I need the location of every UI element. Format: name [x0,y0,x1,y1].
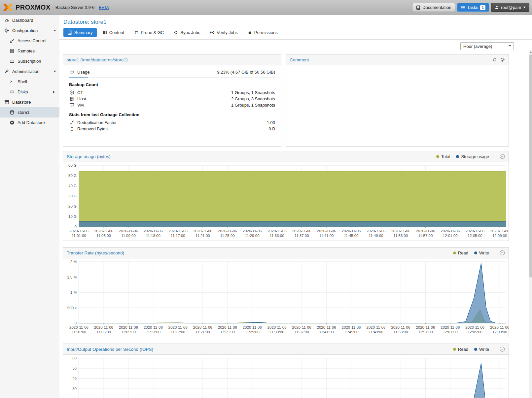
sidebar-item-subscription[interactable]: Subscription [0,56,59,66]
ct-count-row: CT 1 Groups, 1 Snapshots [69,89,275,96]
svg-text:11:45:00: 11:45:00 [344,234,359,238]
tab-summary[interactable]: Summary [63,28,97,37]
legend-dot [456,155,459,158]
svg-text:11:09:00: 11:09:00 [121,330,136,334]
svg-text:11:41:00: 11:41:00 [319,330,334,334]
sidebar-item-configuration[interactable]: Configuration [0,25,59,36]
chart-range-toolbar: Hour (average) [59,40,532,54]
minus-circle-icon[interactable] [500,154,505,159]
chevron-right-icon[interactable] [53,91,56,93]
chart-title: Storage usage (bytes) [67,154,111,159]
legend-dot [474,348,477,351]
legend-write[interactable]: Write [474,347,489,352]
scroll-up-arrow[interactable] [529,50,532,54]
tab-verify-jobs[interactable]: Verify Jobs [206,28,242,37]
documentation-button[interactable]: Documentation [412,3,455,12]
vm-count-row: VM 1 Groups, 1 Snapshots [69,102,275,108]
tab-prune-gc[interactable]: Prune & GC [130,28,168,37]
time-range-select[interactable]: Hour (average) [460,42,514,50]
comment-body[interactable] [286,65,509,73]
sidebar-item-access-control[interactable]: Access Control [0,36,59,46]
svg-text:2020-11-06: 2020-11-06 [243,229,262,233]
svg-text:2020-11-06: 2020-11-06 [168,325,188,329]
svg-text:2020-11-06: 2020-11-06 [119,325,138,329]
sidebar-item-store1[interactable]: store1 [0,107,59,117]
page-title: Datastore: store1 [59,15,532,28]
svg-text:2020-11-06: 2020-11-06 [69,229,89,233]
compress-icon [69,120,75,125]
svg-text:2020-11-06: 2020-11-06 [366,325,385,329]
usage-progress-bar [69,77,275,78]
minus-circle-icon[interactable] [500,250,505,255]
minus-circle-icon[interactable] [500,347,505,352]
chart-legend: Total Storage usage [436,154,505,159]
wrench-icon [4,69,10,74]
chevron-down-icon [523,7,526,10]
legend-total[interactable]: Total [436,154,450,159]
user-menu-button[interactable]: root@pam [491,3,529,12]
chevron-down-icon[interactable] [53,71,56,74]
chart-legend: Read Write [453,347,505,352]
vertical-scrollbar[interactable] [529,50,532,398]
svg-text:2020-11-06: 2020-11-06 [416,325,435,329]
database-icon [9,110,15,115]
chevron-down-icon[interactable] [53,30,56,33]
tasks-count-badge: 1 [480,5,485,10]
svg-text:11:25:00: 11:25:00 [220,330,235,334]
datastore-info-panel: store1 (/mnt/datastores/store1) Usage 9.… [63,54,281,147]
svg-text:2020-11-06: 2020-11-06 [416,229,435,233]
chart-legend: Read Write [453,250,505,255]
list-icon [461,5,465,10]
svg-text:2020-11-06: 2020-11-06 [391,325,410,329]
tab-content[interactable]: Content [99,28,128,37]
svg-text:20 G: 20 G [68,204,77,208]
comment-panel: Comment [286,54,509,147]
svg-text:11:25:00: 11:25:00 [220,234,235,238]
sidebar-item-shell[interactable]: >_ Shell [0,77,59,87]
chart-title: Input/Output Operations per Second (IOPS… [67,347,153,352]
trash-icon [69,126,75,132]
tasks-button[interactable]: Tasks 1 [457,3,489,12]
scrollbar-thumb[interactable] [529,54,532,278]
svg-text:60 G: 60 G [68,163,77,167]
svg-text:500 k: 500 k [67,306,77,310]
sidebar-item-remotes[interactable]: Remotes [0,46,59,56]
gear-icon[interactable] [500,57,505,62]
svg-text:0: 0 [75,225,77,229]
svg-text:11:37:00: 11:37:00 [295,330,309,334]
chevron-down-icon[interactable] [506,43,514,50]
sidebar-item-add-datastore[interactable]: Add Datastore [0,117,59,128]
svg-text:12:05:00: 12:05:00 [468,234,482,238]
svg-text:11:21:00: 11:21:00 [195,330,210,334]
tab-permissions[interactable]: Permissions [244,28,282,37]
legend-read[interactable]: Read [453,250,468,255]
svg-text:10 G: 10 G [68,215,77,218]
user-icon [495,5,499,10]
sidebar-item-administration[interactable]: Administration [0,66,59,77]
key-icon [9,38,15,44]
hdd-icon [69,70,75,75]
legend-write[interactable]: Write [474,250,489,255]
sidebar-item-disks[interactable]: Disks [0,87,59,97]
legend-read[interactable]: Read [453,347,468,352]
svg-text:11:33:00: 11:33:00 [270,234,284,238]
svg-text:2020-11-06: 2020-11-06 [144,229,163,233]
book-icon [67,30,72,35]
svg-text:11:05:00: 11:05:00 [96,330,111,334]
storage-usage-chart: 010 G20 G30 G40 G50 G60 G2020-11-0611:01… [63,162,509,241]
beta-link[interactable]: BETA [99,5,109,10]
legend-storage-usage[interactable]: Storage usage [456,154,489,159]
sidebar-item-dashboard[interactable]: Dashboard [0,15,59,25]
svg-text:11:17:00: 11:17:00 [171,234,185,238]
gc-stats-heading: Stats from last Garbage Collection [69,112,275,117]
tab-sync-jobs[interactable]: Sync Jobs [170,28,204,37]
sidebar-item-datastore[interactable]: Datastore [0,97,59,107]
grid-icon [103,30,107,35]
transfer-rate-panel: Transfer Rate (bytes/second) Read Write … [63,247,509,337]
svg-text:2 M: 2 M [70,260,77,264]
svg-text:2020-11-06: 2020-11-06 [168,229,188,233]
panel-title: Comment [290,57,309,62]
svg-text:2020-11-06: 2020-11-06 [267,229,287,233]
refresh-icon[interactable] [492,57,497,62]
svg-text:2020-11-06: 2020-11-06 [193,325,212,329]
